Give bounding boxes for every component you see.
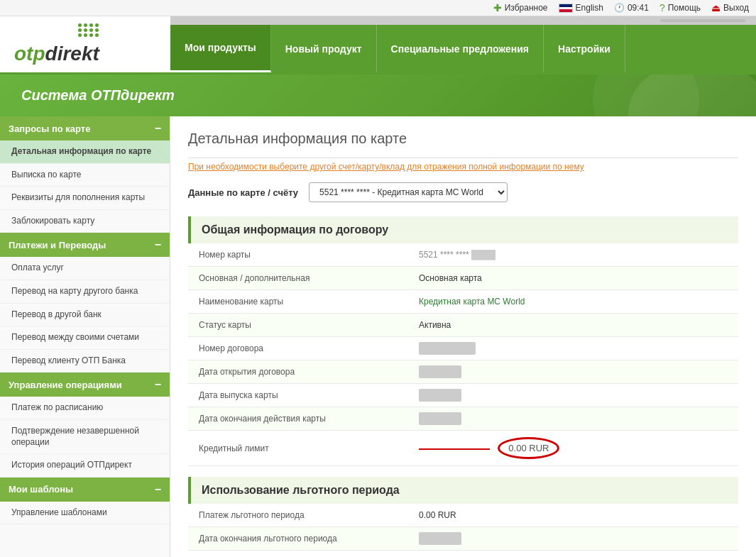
row-label: Наименование карты <box>188 290 408 314</box>
credit-limit-value: 0.00 RUR <box>498 437 559 459</box>
top-bar: ✚ Избранное English 🕐 09:41 ? Помощь ⏏ В… <box>0 0 756 16</box>
row-value: 0.00 RUR <box>408 504 738 527</box>
help-icon: ? <box>659 2 665 13</box>
nav-my-products[interactable]: Мои продукты <box>170 25 271 72</box>
clock-display: 🕐 09:41 <box>614 3 649 13</box>
nav-bar: Мои продукты Новый продукт Специальные п… <box>170 25 756 72</box>
sidebar-item-confirm-operation[interactable]: Подтверждение незавершенной операции <box>0 420 170 454</box>
logo-area: otp direkt <box>0 16 170 72</box>
sidebar-section-card-requests[interactable]: Запросы по карте − <box>0 116 170 140</box>
logo-otp: otp <box>14 43 45 65</box>
table-row: Номер карты 5521 **** **** ████ <box>188 243 738 267</box>
star-icon: ✚ <box>493 2 502 13</box>
info-table-1: Номер карты 5521 **** **** ████ Основная… <box>188 243 738 466</box>
help-link[interactable]: ? Помощь <box>659 2 701 13</box>
sidebar-item-pay-services[interactable]: Оплата услуг <box>0 257 170 280</box>
sidebar: Запросы по карте − Детальная информация … <box>0 116 170 557</box>
flag-icon <box>559 4 573 13</box>
language-selector[interactable]: English <box>559 3 603 13</box>
row-label: Статус карты <box>188 314 408 337</box>
table-row: Дата открытия договора <box>188 360 738 384</box>
table-row: Статус карты Активна <box>188 314 738 337</box>
row-value-blurred <box>408 384 738 407</box>
sidebar-item-scheduled-payment[interactable]: Платеж по расписанию <box>0 397 170 420</box>
row-value-blurred <box>408 337 738 360</box>
logout-icon: ⏏ <box>711 2 721 13</box>
nav-special-offers[interactable]: Специальные предложения <box>377 25 544 72</box>
row-value-blurred <box>408 360 738 384</box>
sidebar-item-manage-templates[interactable]: Управление шаблонами <box>0 502 170 525</box>
clock-icon: 🕐 <box>614 3 625 13</box>
sidebar-item-card-statement[interactable]: Выписка по карте <box>0 164 170 187</box>
content-area: Детальная информация по карте При необхо… <box>170 116 756 557</box>
table-row: Платеж льготного периода 0.00 RUR <box>188 504 738 527</box>
sidebar-item-transfer-own-accounts[interactable]: Перевод между своими счетами <box>0 326 170 350</box>
page-title: Детальная информация по карте <box>188 131 738 147</box>
section2-header: Использование льготного периода <box>188 477 738 504</box>
sidebar-section-operations[interactable]: Управление операциями − <box>0 373 170 397</box>
row-value-link: Кредитная карта MC World <box>408 290 738 314</box>
logout-label: Выход <box>723 3 749 13</box>
sidebar-item-transfer-other-bank-card[interactable]: Перевод на карту другого банка <box>0 280 170 304</box>
row-value-circled: 0.00 RUR <box>408 431 738 466</box>
collapse-icon-3: − <box>155 378 161 391</box>
row-label: Дата окончания льготного периода <box>188 527 408 551</box>
collapse-icon-4: − <box>155 483 161 496</box>
row-label: Кредитный лимит <box>188 431 408 466</box>
row-label: Платеж льготного периода <box>188 504 408 527</box>
table-row: Дата окончания льготного периода <box>188 527 738 551</box>
header: otp direkt Мои продукты Новый продукт Сп… <box>0 16 756 75</box>
row-label: Номер карты <box>188 243 408 267</box>
sidebar-section-payments[interactable]: Платежи и Переводы − <box>0 233 170 257</box>
nav-new-product[interactable]: Новый продукт <box>271 25 377 72</box>
card-selector-row: Данные по карте / счёту 5521 **** **** -… <box>188 182 738 202</box>
row-label: Дата окончания действия карты <box>188 407 408 431</box>
table-row: Номер договора <box>188 337 738 360</box>
sidebar-item-transfer-other-bank[interactable]: Перевод в другой банк <box>0 304 170 327</box>
sidebar-section-templates[interactable]: Мои шаблоны − <box>0 478 170 502</box>
help-label: Помощь <box>668 3 701 13</box>
card-selector-select[interactable]: 5521 **** **** - Кредитная карта MC Worl… <box>309 182 508 202</box>
logo: otp direkt <box>14 23 99 65</box>
credit-limit-row: Кредитный лимит 0.00 RUR <box>188 431 738 466</box>
sidebar-item-card-requisites[interactable]: Реквизиты для пополнения карты <box>0 187 170 210</box>
logo-direkt: direkt <box>45 43 99 65</box>
row-value-blurred <box>408 407 738 431</box>
row-value: Основная карта <box>408 267 738 290</box>
user-account-info <box>660 19 745 22</box>
logout-link[interactable]: ⏏ Выход <box>711 2 749 13</box>
table-row: Дата окончания действия карты <box>188 407 738 431</box>
info-table-2: Платеж льготного периода 0.00 RUR Дата о… <box>188 504 738 551</box>
section1-header: Общая информация по договору <box>188 216 738 243</box>
favorites-link[interactable]: ✚ Избранное <box>493 2 548 13</box>
table-row: Наименование карты Кредитная карта MC Wo… <box>188 290 738 314</box>
row-value: Активна <box>408 314 738 337</box>
table-row: Основная / дополнительная Основная карта <box>188 267 738 290</box>
table-row: Дата выпуска карты <box>188 384 738 407</box>
collapse-icon: − <box>155 122 161 135</box>
sidebar-item-transfer-otp-client[interactable]: Перевод клиенту ОТП Банка <box>0 350 170 373</box>
favorites-label: Избранное <box>505 3 548 13</box>
sidebar-item-operation-history[interactable]: История операций ОТПдирект <box>0 454 170 478</box>
language-label: English <box>576 3 603 13</box>
green-banner: Система ОТПдирект <box>0 75 756 116</box>
info-text: При необходимости выберите другой счет/к… <box>188 162 738 172</box>
banner-title: Система ОТПдирект <box>21 87 175 103</box>
main-layout: Запросы по карте − Детальная информация … <box>0 116 756 557</box>
row-label: Номер договора <box>188 337 408 360</box>
row-value-blurred <box>408 527 738 551</box>
row-label: Дата выпуска карты <box>188 384 408 407</box>
arrow-line <box>419 448 490 450</box>
time-label: 09:41 <box>628 3 649 13</box>
logo-dots <box>78 23 99 37</box>
row-value: 5521 **** **** ████ <box>408 243 738 267</box>
nav-settings[interactable]: Настройки <box>544 25 625 72</box>
row-label: Дата открытия договора <box>188 360 408 384</box>
collapse-icon-2: − <box>155 238 161 251</box>
sidebar-item-card-detail[interactable]: Детальная информация по карте <box>0 140 170 164</box>
row-label: Основная / дополнительная <box>188 267 408 290</box>
card-selector-label: Данные по карте / счёту <box>188 187 298 198</box>
sidebar-item-block-card[interactable]: Заблокировать карту <box>0 210 170 233</box>
